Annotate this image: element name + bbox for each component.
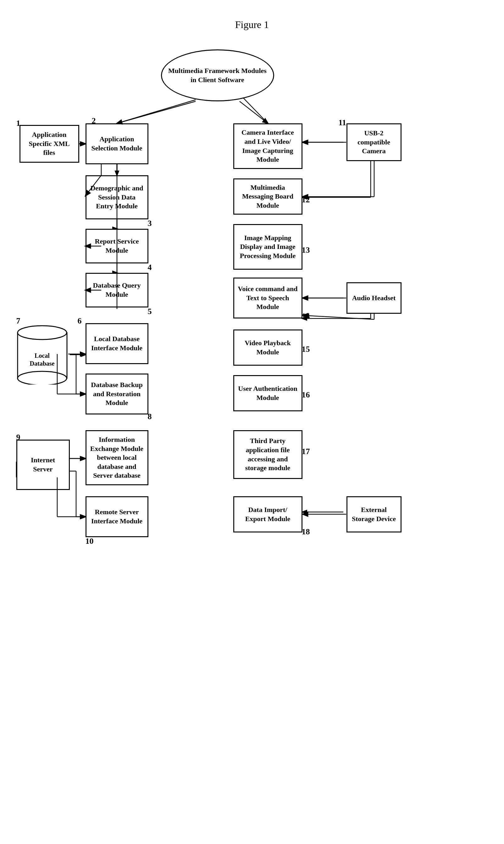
voice-command-box: Voice command and Text to Speech Module <box>233 278 303 318</box>
db-backup-box: Database Backup and Restoration Module <box>86 374 148 414</box>
svg-line-1 <box>117 100 196 123</box>
db-query-box: Database Query Module <box>86 273 148 308</box>
db-backup-label: Database Backup and Restoration Module <box>90 380 144 408</box>
label-4: 4 <box>148 263 152 272</box>
svg-line-29 <box>117 101 196 123</box>
multimedia-msg-box: Multimedia Messaging Board Module <box>233 178 303 214</box>
svg-point-25 <box>18 371 67 384</box>
info-exchange-label: Information Exchange Module between loca… <box>90 435 144 480</box>
internet-server-label: Internet Server <box>20 456 66 473</box>
label-16: 16 <box>302 390 310 400</box>
label-5: 5 <box>148 307 152 316</box>
app-selection-label: Application Selection Module <box>90 135 144 153</box>
data-import-label: Data Import/ Export Module <box>237 505 299 523</box>
svg-text:Local: Local <box>35 352 50 359</box>
external-storage-box: External Storage Device <box>346 496 401 532</box>
label-18: 18 <box>302 527 310 536</box>
remote-server-box: Remote Server Interface Module <box>86 496 148 537</box>
label-14: 14 <box>302 312 310 321</box>
diagram: 1 Application Specific XML files 2 Appli… <box>13 40 491 844</box>
report-service-label: Report Service Module <box>90 237 144 255</box>
svg-point-24 <box>18 326 67 340</box>
third-party-box: Third Party application file accessing a… <box>233 430 303 479</box>
db-query-label: Database Query Module <box>90 281 144 299</box>
page: Figure 1 <box>0 0 504 844</box>
local-db-interface-label: Local Database Interface Module <box>90 334 144 352</box>
usb-camera-box: USB-2 compatible Camera <box>346 123 401 161</box>
usb-camera-label: USB-2 compatible Camera <box>350 129 397 156</box>
svg-text:Database: Database <box>30 360 54 367</box>
multimedia-framework-oval: Multimedia Framework Modules in Client S… <box>161 49 274 101</box>
local-database-cylinder: Local Database <box>16 323 68 384</box>
label-12: 12 <box>302 195 310 205</box>
camera-interface-box: Camera Interface and Live Video/ Image C… <box>233 123 303 169</box>
audio-headset-label: Audio Headset <box>352 294 396 303</box>
third-party-label: Third Party application file accessing a… <box>237 436 299 472</box>
figure-title: Figure 1 <box>13 19 491 31</box>
label-3: 3 <box>148 219 152 228</box>
app-xml-label: Application Specific XML files <box>23 130 75 157</box>
label-15: 15 <box>302 345 310 354</box>
image-mapping-box: Image Mapping Display and Image Processi… <box>233 224 303 270</box>
data-import-box: Data Import/ Export Module <box>233 496 303 532</box>
external-storage-label: External Storage Device <box>350 505 397 523</box>
local-db-interface-box: Local Database Interface Module <box>86 323 148 364</box>
voice-command-label: Voice command and Text to Speech Module <box>237 285 299 312</box>
label-11: 11 <box>339 118 346 127</box>
demographic-label: Demographic and Session Data Entry Modul… <box>90 184 144 211</box>
image-mapping-label: Image Mapping Display and Image Processi… <box>237 234 299 261</box>
video-playback-box: Video Playback Module <box>233 329 303 366</box>
label-6: 6 <box>78 316 82 326</box>
multimedia-framework-label: Multimedia Framework Modules in Client S… <box>165 66 270 84</box>
internet-server-box: Internet Server <box>16 440 70 490</box>
camera-interface-label: Camera Interface and Live Video/ Image C… <box>237 128 299 164</box>
svg-line-30 <box>239 101 268 123</box>
video-playback-label: Video Playback Module <box>237 339 299 357</box>
info-exchange-box: Information Exchange Module between loca… <box>86 430 148 485</box>
label-10: 10 <box>86 536 94 546</box>
label-13: 13 <box>302 245 310 255</box>
label-17: 17 <box>302 447 310 456</box>
multimedia-msg-label: Multimedia Messaging Board Module <box>237 183 299 210</box>
svg-line-50 <box>303 315 374 320</box>
user-auth-label: User Authentication Module <box>237 384 299 402</box>
app-selection-box: Application Selection Module <box>86 123 148 164</box>
app-xml-box: Application Specific XML files <box>19 125 79 163</box>
remote-server-label: Remote Server Interface Module <box>90 507 144 526</box>
report-service-box: Report Service Module <box>86 229 148 263</box>
demographic-box: Demographic and Session Data Entry Modul… <box>86 175 148 219</box>
user-auth-box: User Authentication Module <box>233 375 303 411</box>
audio-headset-box: Audio Headset <box>346 282 401 314</box>
